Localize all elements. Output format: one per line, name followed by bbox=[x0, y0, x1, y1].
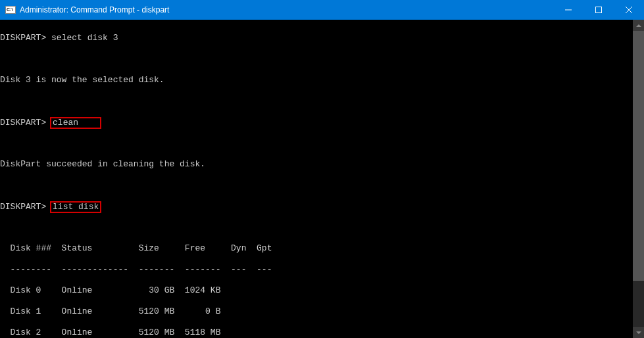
maximize-button[interactable] bbox=[583, 0, 614, 20]
output-line: DiskPart succeeded in cleaning the disk. bbox=[0, 159, 633, 170]
terminal-content[interactable]: DISKPART> select disk 3 Disk 3 is now th… bbox=[0, 20, 633, 338]
cmd-clean-highlight: clean bbox=[50, 117, 101, 129]
title-bar[interactable]: Administrator: Command Prompt - diskpart bbox=[0, 0, 644, 20]
cmd-icon bbox=[5, 6, 16, 14]
table-rule: -------- ------------- ------- ------- -… bbox=[0, 264, 633, 275]
table-header: Disk ### Status Size Free Dyn Gpt bbox=[0, 243, 633, 254]
table-row: Disk 2 Online 5120 MB 5118 MB bbox=[0, 327, 633, 338]
close-button[interactable] bbox=[614, 0, 644, 20]
table-row: Disk 1 Online 5120 MB 0 B bbox=[0, 306, 633, 317]
cmd-listdisk-highlight: list disk bbox=[50, 201, 101, 213]
scroll-down-button[interactable] bbox=[633, 327, 644, 338]
scrollbar[interactable] bbox=[633, 20, 644, 338]
prompt: DISKPART> bbox=[0, 118, 46, 128]
cmd-select-disk: select disk 3 bbox=[51, 33, 118, 43]
output-line: Disk 3 is now the selected disk. bbox=[0, 75, 633, 85]
table-row: Disk 0 Online 30 GB 1024 KB bbox=[0, 285, 633, 296]
scroll-thumb[interactable] bbox=[633, 31, 644, 281]
window-controls bbox=[553, 0, 644, 20]
svg-rect-1 bbox=[596, 7, 602, 13]
terminal-area[interactable]: DISKPART> select disk 3 Disk 3 is now th… bbox=[0, 20, 644, 338]
prompt: DISKPART> bbox=[0, 33, 46, 43]
minimize-button[interactable] bbox=[553, 0, 583, 20]
window-title: Administrator: Command Prompt - diskpart bbox=[20, 5, 553, 14]
prompt: DISKPART> bbox=[0, 202, 46, 212]
scroll-up-button[interactable] bbox=[633, 20, 644, 31]
